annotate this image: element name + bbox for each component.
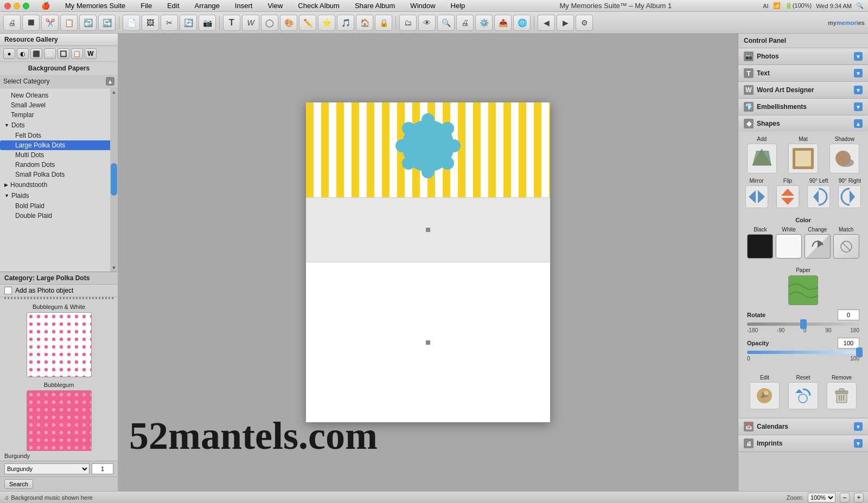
shapes-expand-button[interactable]: ▲ [854, 119, 863, 128]
toolbar-btn-3[interactable]: ✂️ [41, 15, 59, 31]
change-color-button[interactable]: Change [805, 227, 831, 259]
category-random-dots[interactable]: Random Dots [0, 160, 118, 170]
shapes-section-header[interactable]: ◆ Shapes ▲ [738, 115, 868, 132]
search-button[interactable]: Search [4, 479, 33, 489]
imprints-expand-button[interactable]: ▼ [854, 439, 863, 448]
word-art-expand-button[interactable]: ▼ [854, 86, 863, 94]
help-menu[interactable]: Help [448, 1, 469, 11]
photos-section-header[interactable]: 📷 Photos ▼ [738, 48, 868, 65]
opacity-slider-track[interactable] [747, 351, 859, 354]
category-templar[interactable]: Templar [0, 110, 118, 120]
toolbar-pencil-btn[interactable]: ✏️ [299, 15, 316, 31]
embellishments-section-header[interactable]: 💎 Embellishments ▼ [738, 99, 868, 115]
toolbar-shape-btn[interactable]: ◯ [261, 15, 278, 31]
paper-item-bubblegum-white[interactable]: Bubblegum & White [4, 304, 113, 377]
toolbar-eye-btn[interactable]: 👁 [418, 15, 436, 31]
rotate-slider-track[interactable] [747, 323, 859, 326]
toolbar-prev-btn[interactable]: ◀ [538, 15, 555, 31]
edit-button[interactable]: Edit [747, 375, 782, 409]
toolbar-settings-btn[interactable]: ⚙ [576, 15, 593, 31]
rotate-slider-thumb[interactable] [800, 319, 807, 329]
toolbar-btn-5[interactable]: ↩️ [79, 15, 97, 31]
add-as-photo-checkbox[interactable] [4, 287, 12, 294]
paper-swatch[interactable] [788, 275, 818, 305]
calendars-expand-button[interactable]: ▼ [854, 422, 863, 431]
shadow-shape-button[interactable]: Shadow [826, 136, 864, 173]
close-button[interactable] [4, 3, 11, 9]
toolbar-music-btn[interactable]: 🎵 [337, 15, 354, 31]
zoom-select[interactable]: 100% [808, 493, 835, 502]
toolbar-btn-10[interactable]: 🔄 [180, 15, 197, 31]
black-color-button[interactable]: Black [747, 227, 774, 259]
category-small-polka-dots[interactable]: Small Polka Dots [0, 170, 118, 179]
toolbar-nav-btn[interactable]: 🗂 [399, 15, 417, 31]
toolbar-export-btn[interactable]: 📤 [494, 15, 512, 31]
rotate-input[interactable] [838, 309, 859, 320]
toolbar-lock-btn[interactable]: 🔒 [375, 15, 392, 31]
zoom-in-button[interactable]: + [854, 493, 864, 502]
scroll-down-arrow[interactable]: ▼ [110, 264, 118, 272]
gallery-icon-2[interactable]: ◐ [17, 48, 29, 59]
toolbar-btn-8[interactable]: 🖼 [142, 15, 159, 31]
category-large-polka-dots[interactable]: Large Polka Dots [0, 140, 118, 150]
rotate-90r-button[interactable]: 90° Right [836, 178, 864, 208]
arrange-menu[interactable]: Arrange [192, 1, 223, 11]
category-group-houndstooth[interactable]: ▶ Houndstooth [0, 179, 118, 190]
text-section-header[interactable]: T Text ▼ [738, 65, 868, 81]
opacity-slider-thumb[interactable] [856, 347, 863, 357]
calendars-section-header[interactable]: 📅 Calendars ▼ [738, 418, 868, 435]
flip-button[interactable]: Flip [774, 178, 801, 208]
category-new-orleans[interactable]: New Orleans [0, 91, 118, 100]
rotate-90l-button[interactable]: 90° Left [805, 178, 833, 208]
toolbar-btn-4[interactable]: 📋 [60, 15, 78, 31]
zoom-out-button[interactable]: – [840, 493, 850, 502]
text-expand-button[interactable]: ▼ [854, 69, 863, 78]
toolbar-btn-7[interactable]: 📄 [123, 15, 140, 31]
toolbar-btn-6[interactable]: ↪️ [98, 15, 116, 31]
word-art-section-header[interactable]: W Word Art Designer ▼ [738, 82, 868, 98]
page-number-input[interactable] [92, 463, 113, 474]
reset-button[interactable]: Reset [786, 375, 821, 409]
check-album-menu[interactable]: Check Album [295, 1, 343, 11]
view-menu[interactable]: View [264, 1, 286, 11]
toolbar-btn-1[interactable]: 🖨 [3, 15, 21, 31]
mirror-button[interactable]: Mirror [743, 178, 770, 208]
opacity-input[interactable] [838, 338, 859, 349]
share-album-menu[interactable]: Share Album [352, 1, 398, 11]
embellishments-expand-button[interactable]: ▼ [854, 102, 863, 111]
toolbar-magnify-btn[interactable]: 🔍 [437, 15, 455, 31]
toolbar-btn-2[interactable]: ⬛ [22, 15, 40, 31]
category-double-plaid[interactable]: Double Plaid [0, 211, 118, 221]
toolbar-next-btn[interactable]: ▶ [557, 15, 574, 31]
file-menu[interactable]: File [137, 1, 155, 11]
app-name-menu[interactable]: My Memories Suite [62, 1, 129, 11]
maximize-button[interactable] [23, 3, 29, 9]
paper-thumb-bubblegum[interactable] [27, 390, 92, 451]
spotlight-icon[interactable]: 🔍 [856, 2, 864, 9]
category-felt-dots[interactable]: Felt Dots [0, 131, 118, 140]
apple-menu[interactable]: 🍎 [38, 1, 53, 11]
add-shape-button[interactable]: Add [743, 136, 781, 173]
toolbar-web-btn[interactable]: 🌐 [513, 15, 531, 31]
toolbar-btn-11[interactable]: 📷 [199, 15, 216, 31]
album-page[interactable] [306, 102, 550, 422]
window-menu[interactable]: Window [407, 1, 438, 11]
scrollbar-thumb[interactable] [111, 163, 117, 196]
remove-button[interactable]: Remove [824, 375, 859, 409]
insert-menu[interactable]: Insert [232, 1, 256, 11]
category-group-plaids[interactable]: ▼ Plaids [0, 190, 118, 201]
middle-handle[interactable] [426, 228, 430, 232]
toolbar-btn-9[interactable]: ✂ [161, 15, 178, 31]
photos-expand-button[interactable]: ▼ [854, 52, 863, 61]
category-bold-plaid[interactable]: Bold Plaid [0, 201, 118, 211]
imprints-section-header[interactable]: 🖨 Imprints ▼ [738, 435, 868, 452]
scroll-up-arrow[interactable]: ▲ [110, 88, 118, 96]
toolbar-home-btn[interactable]: 🏠 [356, 15, 373, 31]
toolbar-star-btn[interactable]: ⭐ [318, 15, 335, 31]
category-small-jewel[interactable]: Small Jewel [0, 100, 118, 110]
category-multi-dots[interactable]: Multi Dots [0, 150, 118, 160]
toolbar-text-btn[interactable]: T [223, 15, 240, 31]
gallery-icon-5[interactable]: 🔲 [58, 48, 69, 59]
category-dropdown[interactable]: Burgundy [4, 463, 90, 474]
toolbar-print2-btn[interactable]: 🖨 [456, 15, 474, 31]
